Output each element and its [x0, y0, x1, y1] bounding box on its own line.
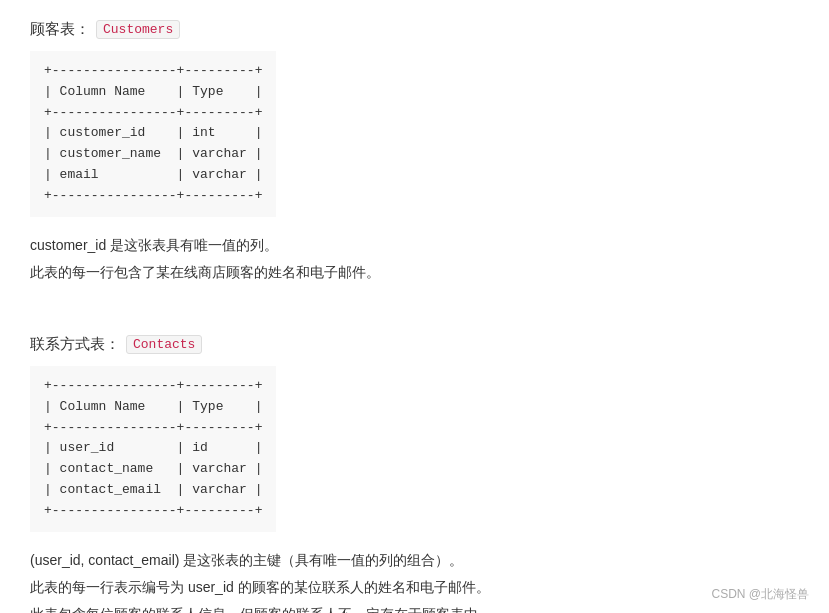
contacts-code-tag: Contacts — [126, 335, 202, 354]
customers-section: 顾客表： Customers +----------------+-------… — [30, 20, 799, 285]
contacts-desc-2: 此表的每一行表示编号为 user_id 的顾客的某位联系人的姓名和电子邮件。 — [30, 575, 799, 600]
contacts-section-title: 联系方式表： Contacts — [30, 335, 799, 354]
customers-desc-1: customer_id 是这张表具有唯一值的列。 — [30, 233, 799, 258]
customers-code-tag: Customers — [96, 20, 180, 39]
customers-label: 顾客表： — [30, 20, 90, 39]
contacts-description: (user_id, contact_email) 是这张表的主键（具有唯一值的列… — [30, 548, 799, 613]
customers-section-title: 顾客表： Customers — [30, 20, 799, 39]
contacts-label: 联系方式表： — [30, 335, 120, 354]
contacts-section: 联系方式表： Contacts +----------------+------… — [30, 335, 799, 613]
customers-description: customer_id 是这张表具有唯一值的列。 此表的每一行包含了某在线商店顾… — [30, 233, 799, 285]
contacts-desc-3: 此表包含每位顾客的联系人信息，但顾客的联系人不一定存在于顾客表中。 — [30, 602, 799, 613]
footer-text: CSDN @北海怪兽 — [711, 587, 809, 601]
footer: CSDN @北海怪兽 — [711, 586, 809, 603]
customers-table-ascii: +----------------+---------+ | Column Na… — [30, 51, 276, 217]
contacts-table-ascii: +----------------+---------+ | Column Na… — [30, 366, 276, 532]
customers-desc-2: 此表的每一行包含了某在线商店顾客的姓名和电子邮件。 — [30, 260, 799, 285]
contacts-desc-1: (user_id, contact_email) 是这张表的主键（具有唯一值的列… — [30, 548, 799, 573]
